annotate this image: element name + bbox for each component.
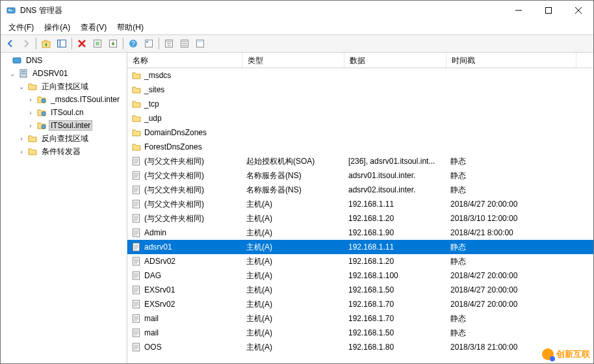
watermark: 创新互联 bbox=[542, 348, 590, 360]
column-data[interactable]: 数据 bbox=[344, 53, 446, 68]
list-row[interactable]: _tcp bbox=[127, 97, 593, 111]
list-row[interactable]: (与父文件夹相同)主机(A)192.168.1.112018/4/27 20:0… bbox=[127, 197, 593, 211]
svg-rect-35 bbox=[133, 272, 140, 280]
list-row[interactable]: mail主机(A)192.168.1.50静态 bbox=[127, 326, 593, 340]
list-row[interactable]: EXSrv01主机(A)192.168.1.502018/4/27 20:00:… bbox=[127, 283, 593, 297]
record-name: _msdcs bbox=[144, 71, 171, 80]
menu-action[interactable]: 操作(A) bbox=[39, 21, 75, 34]
list-row[interactable]: _udp bbox=[127, 111, 593, 125]
refresh-button[interactable] bbox=[90, 36, 105, 51]
expand-icon[interactable]: › bbox=[18, 135, 25, 142]
column-timestamp[interactable]: 时间戳 bbox=[446, 53, 576, 68]
zone-icon bbox=[36, 107, 47, 118]
column-name[interactable]: 名称 bbox=[127, 53, 242, 68]
list-row[interactable]: adsrv01主机(A)192.168.1.11静态 bbox=[127, 240, 593, 254]
tree-node-zone[interactable]: › _msdcs.ITSoul.inter bbox=[1, 93, 127, 106]
minimize-button[interactable] bbox=[504, 1, 534, 20]
list-row[interactable]: mail主机(A)192.168.1.70静态 bbox=[127, 311, 593, 326]
list-row[interactable]: (与父文件夹相同)名称服务器(NS)adsrv01.itsoul.inter.静… bbox=[127, 168, 593, 183]
svg-rect-38 bbox=[133, 315, 140, 322]
folder-icon bbox=[27, 133, 38, 144]
list-row[interactable]: _sites bbox=[127, 83, 593, 97]
list-body[interactable]: _msdcs_sites_tcp_udpDomainDnsZonesForest… bbox=[127, 68, 593, 363]
new-record-button[interactable] bbox=[177, 36, 192, 51]
record-data: 192.168.1.50 bbox=[344, 328, 446, 337]
folder-icon bbox=[131, 99, 142, 109]
expand-icon[interactable]: › bbox=[18, 148, 25, 155]
svg-rect-30 bbox=[133, 200, 140, 208]
tree-node-zone-selected[interactable]: › ITSoul.inter bbox=[1, 119, 127, 132]
up-button[interactable] bbox=[39, 36, 53, 51]
tree-node-reverse-zones[interactable]: › 反向查找区域 bbox=[1, 132, 127, 145]
svg-point-24 bbox=[42, 99, 45, 103]
list-row[interactable]: (与父文件夹相同)主机(A)192.168.1.202018/3/10 12:0… bbox=[127, 211, 593, 226]
record-name: EXSrv01 bbox=[144, 285, 175, 294]
record-name: _udp bbox=[144, 114, 162, 123]
close-button[interactable] bbox=[563, 1, 593, 20]
svg-rect-4 bbox=[546, 8, 552, 14]
record-data: 192.168.1.80 bbox=[344, 343, 446, 352]
record-icon bbox=[131, 328, 142, 338]
record-type: 主机(A) bbox=[242, 342, 344, 353]
expand-icon[interactable]: › bbox=[27, 122, 34, 129]
svg-rect-23 bbox=[21, 73, 25, 74]
record-name: EXSrv02 bbox=[144, 300, 175, 309]
record-type: 主机(A) bbox=[242, 199, 344, 210]
list-row[interactable]: (与父文件夹相同)起始授权机构(SOA)[236], adsrv01.itsou… bbox=[127, 154, 593, 168]
svg-rect-37 bbox=[133, 300, 140, 308]
expand-icon[interactable]: › bbox=[27, 109, 34, 116]
menu-view[interactable]: 查看(V) bbox=[75, 21, 112, 34]
record-name: ForestDnsZones bbox=[144, 142, 202, 151]
show-hide-tree-button[interactable] bbox=[55, 36, 69, 51]
collapse-icon[interactable]: ⌄ bbox=[18, 83, 25, 90]
list-row[interactable]: OOS主机(A)192.168.1.802018/3/18 21:00:00 bbox=[127, 340, 593, 354]
export-list-button[interactable] bbox=[106, 36, 120, 51]
record-data: 192.168.1.11 bbox=[344, 200, 446, 209]
list-row[interactable]: Admin主机(A)192.168.1.902018/4/21 8:00:00 bbox=[127, 226, 593, 240]
back-button[interactable] bbox=[3, 36, 18, 51]
record-icon bbox=[131, 256, 142, 266]
list-row[interactable]: EXSrv02主机(A)192.168.1.702018/4/27 20:00:… bbox=[127, 297, 593, 311]
delete-button[interactable] bbox=[75, 36, 89, 51]
folder-icon bbox=[131, 113, 142, 124]
tree-node-forward-zones[interactable]: ⌄ 正向查找区域 bbox=[1, 80, 127, 93]
tree-node-dns[interactable]: DNS bbox=[1, 54, 127, 67]
list-row[interactable]: DAG主机(A)192.168.1.1002018/4/27 20:00:00 bbox=[127, 268, 593, 283]
scope-tree[interactable]: DNS ⌄ ADSRV01 ⌄ 正向查找区域 › _msdcs.ITSoul.i… bbox=[1, 53, 127, 363]
new-zone-button[interactable] bbox=[193, 36, 207, 51]
maximize-button[interactable] bbox=[534, 1, 563, 20]
list-row[interactable]: ForestDnsZones bbox=[127, 140, 593, 154]
record-data: 192.168.1.20 bbox=[344, 214, 446, 223]
toolbar-separator bbox=[36, 38, 36, 49]
record-type: 主机(A) bbox=[242, 228, 344, 239]
record-icon bbox=[131, 213, 142, 224]
column-type[interactable]: 类型 bbox=[242, 53, 344, 68]
svg-rect-22 bbox=[21, 71, 25, 72]
record-name: adsrv01 bbox=[144, 242, 172, 252]
tree-node-zone[interactable]: › ITSoul.cn bbox=[1, 106, 127, 119]
expand-icon[interactable]: › bbox=[27, 96, 34, 103]
help-button[interactable]: ? bbox=[126, 36, 140, 51]
svg-rect-20 bbox=[13, 58, 21, 63]
menu-file[interactable]: 文件(F) bbox=[3, 21, 39, 34]
properties-button[interactable] bbox=[142, 36, 156, 51]
tree-node-conditional-forwarders[interactable]: › 条件转发器 bbox=[1, 145, 127, 158]
record-name: DAG bbox=[144, 271, 161, 280]
menu-help[interactable]: 帮助(H) bbox=[112, 21, 149, 34]
svg-rect-40 bbox=[133, 343, 140, 351]
record-icon bbox=[131, 285, 142, 295]
folder-icon bbox=[131, 84, 142, 95]
list-row[interactable]: DomainDnsZones bbox=[127, 125, 593, 140]
filter-button[interactable] bbox=[162, 36, 176, 51]
record-icon bbox=[131, 185, 142, 195]
list-row[interactable]: ADSrv02主机(A)192.168.1.20静态 bbox=[127, 254, 593, 268]
record-type: 主机(A) bbox=[242, 285, 344, 296]
list-row[interactable]: (与父文件夹相同)名称服务器(NS)adsrv02.itsoul.inter.静… bbox=[127, 183, 593, 197]
record-name: mail bbox=[144, 314, 159, 323]
list-row[interactable]: _msdcs bbox=[127, 68, 593, 83]
forward-button[interactable] bbox=[19, 36, 33, 51]
tree-node-server[interactable]: ⌄ ADSRV01 bbox=[1, 67, 127, 80]
svg-rect-15 bbox=[146, 41, 148, 43]
record-timestamp: 2018/4/27 20:00:00 bbox=[446, 300, 576, 309]
collapse-icon[interactable]: ⌄ bbox=[8, 70, 16, 77]
